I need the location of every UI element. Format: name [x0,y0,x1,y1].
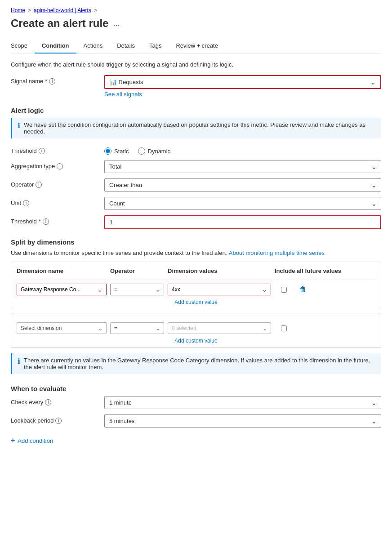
tab-tags[interactable]: Tags [142,39,169,53]
operator-info-icon[interactable]: i [36,182,42,188]
dim-include-all-cell-1 [275,287,293,293]
dim-include-all-cell-2 [275,325,293,331]
dim-header-values: Dimension values [168,267,271,274]
signal-name-label: Signal name * i [11,75,101,85]
tab-details[interactable]: Details [110,39,142,53]
signal-name-required: * [45,78,47,85]
dim-header-name: Dimension name [17,267,107,274]
dim-include-all-checkbox-2[interactable] [281,325,287,331]
lookback-period-info-icon[interactable]: i [55,418,62,424]
dim-info-icon: ℹ [18,357,20,365]
tab-review-create[interactable]: Review + create [169,39,225,53]
threshold-dynamic-radio[interactable] [138,147,145,155]
dim-values-select-2[interactable]: 0 selected [168,322,271,334]
add-condition-label: Add condition [18,437,53,444]
page-title-container: Create an alert rule ... [11,17,381,30]
dimension-header-row: Dimension name Operator Dimension values… [15,266,377,278]
unit-label: Unit i [11,197,101,206]
check-every-info-icon[interactable]: i [45,399,51,405]
dim-include-all-checkbox-1[interactable] [281,287,287,293]
threshold-value-input[interactable] [105,216,380,228]
aggregation-type-row: Aggregation type i Total Average Minimum… [11,160,381,173]
signal-name-row: Signal name * i 📊 Requests See all signa… [11,75,381,98]
dim-operator-select-1[interactable]: = != [110,284,164,295]
dimension-row-2-container: Select dimension = != 0 selected Add cus… [11,313,381,348]
dim-operator-select-wrapper-2: = != [110,322,164,334]
threshold-dynamic-label: Dynamic [148,148,171,155]
threshold-radio-group: Static Dynamic [104,145,381,155]
dimension-row-2: Select dimension = != 0 selected [15,321,377,336]
alert-logic-info-text: We have set the condition configuration … [24,121,376,135]
breadcrumb: Home > apim-hello-world | Alerts > [11,7,381,13]
aggregation-type-label: Aggregation type i [11,160,101,169]
dim-name-select-2[interactable]: Select dimension [17,322,107,334]
add-custom-value-link-2[interactable]: Add custom value [15,338,377,344]
when-to-evaluate-section: When to evaluate Check every i 1 minute … [11,385,381,428]
threshold-static-option[interactable]: Static [104,147,129,155]
dim-values-select-1[interactable]: 4xx [168,284,271,295]
dim-delete-icon-1[interactable]: 🗑 [296,285,310,294]
tab-scope[interactable]: Scope [11,39,35,53]
tab-actions[interactable]: Actions [76,39,110,53]
see-all-signals-link[interactable]: See all signals [104,91,381,98]
threshold-type-row: Threshold i Static Dynamic [11,145,381,155]
threshold-dynamic-option[interactable]: Dynamic [138,147,171,155]
unit-row: Unit i Count Bytes Seconds Milliseconds … [11,197,381,210]
add-condition-button[interactable]: + Add condition [11,437,381,445]
dim-name-select-wrapper-2: Select dimension [17,322,107,334]
threshold-type-info-icon[interactable]: i [39,148,45,154]
dim-name-select-1[interactable]: Gateway Response Co... [17,284,106,295]
dimension-info-text: There are currently no values in the Gat… [24,357,376,370]
operator-select-wrapper: Greater than Less than Greater than or e… [104,178,381,192]
threshold-type-control: Static Dynamic [104,145,381,155]
unit-control: Count Bytes Seconds Milliseconds Percent [104,197,381,210]
lookback-period-label: Lookback period i [11,414,101,424]
lookback-period-select-wrapper: 1 minute 5 minutes 10 minutes 15 minutes… [104,414,381,428]
aggregation-type-select[interactable]: Total Average Minimum Maximum Count [104,160,381,173]
page-title-ellipsis[interactable]: ... [113,19,120,28]
lookback-period-control: 1 minute 5 minutes 10 minutes 15 minutes… [104,414,381,428]
tab-bar: Scope Condition Actions Details Tags Rev… [11,39,381,54]
dimension-row-1: Gateway Response Co... = != 4xx 🗑 [15,282,377,297]
threshold-static-radio[interactable] [104,147,111,155]
operator-select[interactable]: Greater than Less than Greater than or e… [104,178,381,192]
threshold-value-label: Threshold * i [11,215,101,225]
threshold-value-info-icon[interactable]: i [43,218,49,225]
split-dimensions-section: Split by dimensions Use dimensions to mo… [11,238,381,374]
about-monitoring-link[interactable]: About monitoring multiple time series [229,249,325,256]
check-every-label: Check every i [11,396,101,405]
breadcrumb-sep2: > [94,7,97,13]
threshold-static-label: Static [114,148,129,155]
operator-control: Greater than Less than Greater than or e… [104,178,381,192]
alert-logic-info-box: ℹ We have set the condition configuratio… [11,118,381,138]
split-dimensions-title: Split by dimensions [11,238,381,246]
condition-description: Configure when the alert rule should tri… [11,61,381,68]
add-custom-value-link-1[interactable]: Add custom value [15,299,377,305]
tab-condition[interactable]: Condition [35,39,76,53]
page-title: Create an alert rule [11,17,108,30]
unit-select[interactable]: Count Bytes Seconds Milliseconds Percent [104,197,381,210]
operator-row: Operator i Greater than Less than Greate… [11,178,381,192]
breadcrumb-sep1: > [28,7,31,13]
check-every-control: 1 minute 5 minutes 10 minutes 15 minutes… [104,396,381,409]
aggregation-type-info-icon[interactable]: i [57,163,63,169]
info-icon-blue: ℹ [18,121,20,130]
split-dimensions-desc: Use dimensions to monitor specific time … [11,249,381,256]
signal-name-select[interactable]: 📊 Requests [105,76,380,88]
dim-operator-select-2[interactable]: = != [110,322,164,334]
when-to-evaluate-title: When to evaluate [11,385,381,392]
check-every-select[interactable]: 1 minute 5 minutes 10 minutes 15 minutes… [104,396,381,409]
unit-info-icon[interactable]: i [23,200,29,206]
signal-name-select-wrapper: 📊 Requests [104,75,381,89]
lookback-period-select[interactable]: 1 minute 5 minutes 10 minutes 15 minutes… [104,414,381,428]
aggregation-type-control: Total Average Minimum Maximum Count [104,160,381,173]
dimension-info-box: ℹ There are currently no values in the G… [11,353,381,374]
dim-header-operator: Operator [110,267,164,274]
threshold-type-label: Threshold i [11,145,101,154]
breadcrumb-home[interactable]: Home [11,7,25,13]
add-condition-plus-icon: + [11,437,15,445]
unit-select-wrapper: Count Bytes Seconds Milliseconds Percent [104,197,381,210]
signal-name-info-icon[interactable]: i [49,78,55,85]
breadcrumb-resource[interactable]: apim-hello-world | Alerts [34,7,91,13]
dim-header-include-all: Include all future values [275,267,347,274]
